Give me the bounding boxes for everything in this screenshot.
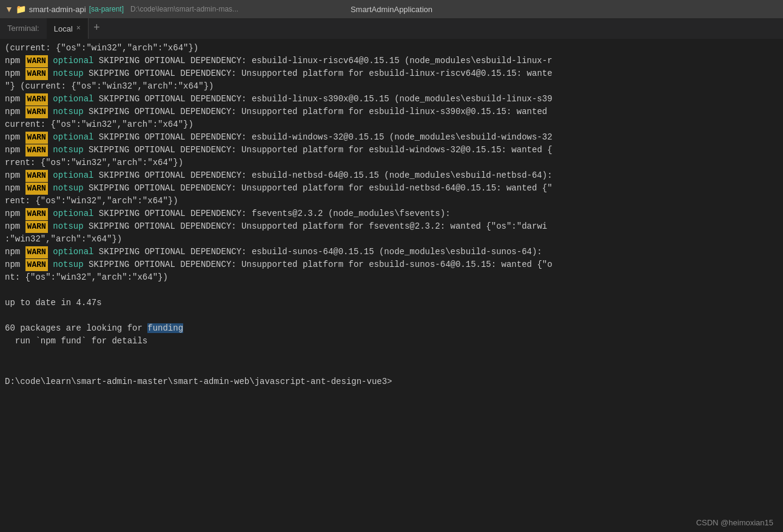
line-8: npm WARN optional SKIPPING OPTIONAL DEPE… (5, 131, 778, 144)
optional-3: optional (53, 132, 93, 142)
close-tab-button[interactable]: × (76, 24, 81, 33)
title-bar-left: ▼ 📁 smart-admin-api [sa-parent] D:\code\… (0, 0, 243, 18)
optional-1: optional (53, 56, 93, 66)
project-name: smart-admin-api (29, 5, 86, 14)
warn-badge-9: WARN (25, 208, 48, 220)
notsup-3: notsup (53, 145, 83, 155)
optional-5: optional (53, 209, 93, 218)
add-tab-button[interactable]: + (89, 18, 105, 39)
line-19: nt: {"os":"win32","arch":"x64"}) (5, 271, 778, 284)
warn-badge-2: WARN (25, 68, 48, 80)
warn-badge-7: WARN (25, 170, 48, 182)
line-empty-4 (5, 360, 778, 373)
warn-badge-12: WARN (25, 259, 48, 271)
notsup-6: notsup (53, 260, 83, 269)
tab-bar: Terminal: Local × + (0, 18, 783, 39)
warn-badge-4: WARN (25, 106, 48, 118)
notsup-1: notsup (53, 69, 83, 78)
folder-icon: ▼ 📁 (5, 4, 26, 14)
line-6: npm WARN notsup SKIPPING OPTIONAL DEPEND… (5, 106, 778, 118)
prompt-text: D:\code\learn\smart-admin-master\smart-a… (5, 377, 392, 386)
watermark: CSDN @heimoxian15 (696, 518, 773, 527)
line-10: rrent: {"os":"win32","arch":"x64"}) (5, 157, 778, 169)
warn-badge-8: WARN (25, 183, 48, 195)
prompt-line: D:\code\learn\smart-admin-master\smart-a… (5, 375, 778, 388)
funding-highlight: funding (147, 323, 183, 333)
warn-badge-3: WARN (25, 93, 48, 106)
notsup-2: notsup (53, 107, 83, 116)
window-title: SmartAdminApplication (351, 5, 432, 14)
line-17: npm WARN optional SKIPPING OPTIONAL DEPE… (5, 246, 778, 258)
folder-icon-area: ▼ 📁 smart-admin-api [sa-parent] D:\code\… (0, 4, 243, 14)
notsup-5: notsup (53, 221, 83, 231)
line-npmfund: run `npm fund` for details (5, 335, 778, 348)
local-tab-name: Local (54, 24, 73, 33)
line-1: (current: {"os":"win32","arch":"x64"}) (5, 42, 778, 55)
line-uptodate: up to date in 4.47s (5, 297, 778, 309)
line-5: npm WARN optional SKIPPING OPTIONAL DEPE… (5, 93, 778, 106)
warn-badge-10: WARN (25, 221, 48, 233)
line-2: npm WARN optional SKIPPING OPTIONAL DEPE… (5, 55, 778, 67)
warn-badge-11: WARN (25, 246, 48, 258)
line-empty-2 (5, 309, 778, 322)
warn-badge-6: WARN (25, 144, 48, 157)
line-7: current: {"os":"win32","arch":"x64"}) (5, 118, 778, 131)
project-branch: [sa-parent] (89, 5, 124, 13)
warn-badge-1: WARN (25, 55, 48, 67)
line-16: :"win32","arch":"x64"}) (5, 233, 778, 246)
optional-4: optional (53, 170, 93, 180)
line-empty-1 (5, 284, 778, 297)
local-tab[interactable]: Local × (47, 18, 89, 39)
line-empty-3 (5, 348, 778, 360)
line-14: npm WARN optional SKIPPING OPTIONAL DEPE… (5, 207, 778, 220)
line-funding: 60 packages are looking for funding (5, 322, 778, 335)
warn-badge-5: WARN (25, 132, 48, 144)
optional-2: optional (53, 94, 93, 104)
notsup-4: notsup (53, 183, 83, 193)
line-18: npm WARN notsup SKIPPING OPTIONAL DEPEND… (5, 258, 778, 271)
terminal-label: Terminal: (0, 18, 47, 39)
line-13: rent: {"os":"win32","arch":"x64"}) (5, 195, 778, 207)
line-11: npm WARN optional SKIPPING OPTIONAL DEPE… (5, 169, 778, 182)
line-9: npm WARN notsup SKIPPING OPTIONAL DEPEND… (5, 144, 778, 157)
terminal-wrapper: (current: {"os":"win32","arch":"x64"}) n… (0, 39, 783, 532)
line-4: "} (current: {"os":"win32","arch":"x64"}… (5, 80, 778, 93)
title-bar: ▼ 📁 smart-admin-api [sa-parent] D:\code\… (0, 0, 783, 18)
line-15: npm WARN notsup SKIPPING OPTIONAL DEPEND… (5, 220, 778, 233)
terminal-content[interactable]: (current: {"os":"win32","arch":"x64"}) n… (0, 39, 783, 532)
line-12: npm WARN notsup SKIPPING OPTIONAL DEPEND… (5, 182, 778, 195)
optional-6: optional (53, 247, 93, 257)
project-path: D:\code\learn\smart-admin-mas... (130, 5, 238, 13)
line-3: npm WARN notsup SKIPPING OPTIONAL DEPEND… (5, 67, 778, 80)
